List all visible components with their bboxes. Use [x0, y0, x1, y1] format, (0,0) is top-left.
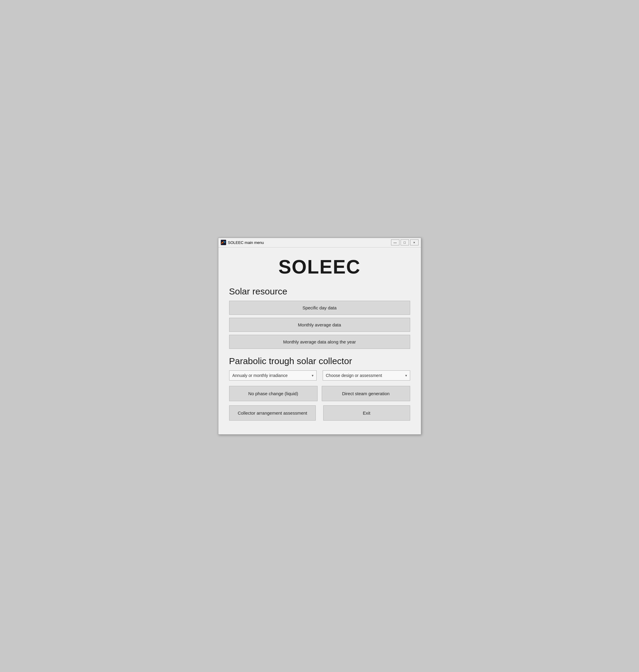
parabolic-section: Parabolic trough solar collector Annualy…	[229, 356, 410, 421]
window-content: SOLEEC Solar resource Specific day data …	[218, 247, 421, 434]
design-dropdown-wrapper: Choose design or assessment Design Asses…	[323, 370, 410, 381]
dropdown-row: Annualy or monthly irradiance Annual irr…	[229, 370, 410, 381]
window-title: SOLEEC main menu	[228, 240, 391, 245]
monthly-avg-button[interactable]: Monthly average data	[229, 318, 410, 332]
app-icon	[221, 240, 226, 245]
bottom-row: Collector arrangement assessment Exit	[229, 406, 410, 421]
maximize-button[interactable]: □	[401, 240, 409, 245]
collector-arrangement-button[interactable]: Collector arrangement assessment	[229, 406, 316, 421]
solar-resource-section: Solar resource Specific day data Monthly…	[229, 286, 410, 349]
design-dropdown[interactable]: Choose design or assessment Design Asses…	[323, 370, 410, 381]
exit-button[interactable]: Exit	[323, 406, 410, 421]
parabolic-title: Parabolic trough solar collector	[229, 356, 410, 366]
svg-rect-0	[221, 240, 226, 245]
title-bar: SOLEEC main menu — □ ×	[218, 238, 421, 247]
irradiance-dropdown[interactable]: Annualy or monthly irradiance Annual irr…	[229, 370, 317, 381]
monthly-avg-year-button[interactable]: Monthly average data along the year	[229, 335, 410, 349]
specific-day-button[interactable]: Specific day data	[229, 301, 410, 315]
direct-steam-button[interactable]: Direct steam generation	[322, 386, 410, 401]
phase-button-grid: No phase change (liquid) Direct steam ge…	[229, 386, 410, 401]
solar-resource-title: Solar resource	[229, 286, 410, 296]
close-button[interactable]: ×	[410, 240, 419, 245]
window-controls: — □ ×	[391, 240, 419, 245]
irradiance-dropdown-wrapper: Annualy or monthly irradiance Annual irr…	[229, 370, 317, 381]
minimize-button[interactable]: —	[391, 240, 400, 245]
main-window: SOLEEC main menu — □ × SOLEEC Solar reso…	[218, 238, 421, 434]
no-phase-change-button[interactable]: No phase change (liquid)	[229, 386, 317, 401]
app-title: SOLEEC	[229, 256, 410, 278]
